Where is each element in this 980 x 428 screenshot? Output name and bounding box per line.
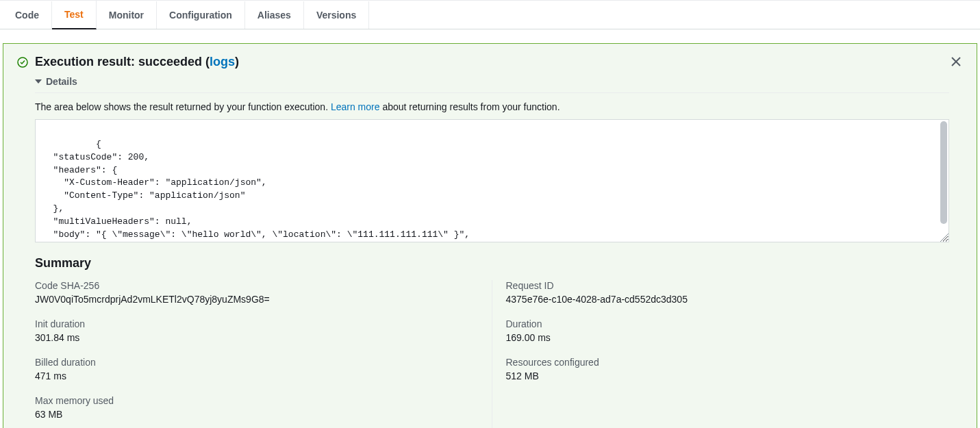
code-output[interactable]: { "statusCode": 200, "headers": { "X-Cus… bbox=[35, 119, 949, 242]
svg-line-1 bbox=[940, 234, 948, 242]
summary-item-init-duration: Init duration 301.84 ms bbox=[35, 318, 478, 343]
tabs: Code Test Monitor Configuration Aliases … bbox=[4, 1, 976, 29]
result-title: Execution result: succeeded (logs) bbox=[35, 55, 949, 69]
summary-value: 301.84 ms bbox=[35, 332, 478, 343]
summary-label: Resources configured bbox=[506, 357, 950, 368]
tabs-container: Code Test Monitor Configuration Aliases … bbox=[0, 0, 980, 29]
summary-label: Billed duration bbox=[35, 357, 478, 368]
summary-item-duration: Duration 169.00 ms bbox=[506, 318, 950, 343]
result-header: Execution result: succeeded (logs) Detai… bbox=[17, 55, 963, 428]
summary-label: Code SHA-256 bbox=[35, 280, 478, 291]
summary-item-request-id: Request ID 4375e76e-c10e-4028-ad7a-cd552… bbox=[506, 280, 950, 305]
tab-configuration[interactable]: Configuration bbox=[157, 1, 245, 29]
summary-col-right: Request ID 4375e76e-c10e-4028-ad7a-cd552… bbox=[492, 280, 950, 428]
description-after: about returning results from your functi… bbox=[380, 101, 560, 112]
summary-label: Request ID bbox=[506, 280, 950, 291]
summary-grid: Code SHA-256 JW0V0qiTo5mcrdprjAd2vmLKETl… bbox=[35, 280, 949, 428]
success-check-icon bbox=[17, 57, 28, 68]
summary-value: JW0V0qiTo5mcrdprjAd2vmLKETl2vQ78yj8yuZMs… bbox=[35, 294, 478, 305]
scrollbar[interactable] bbox=[940, 121, 947, 224]
tab-code[interactable]: Code bbox=[4, 1, 52, 29]
summary-label: Init duration bbox=[35, 318, 478, 329]
summary-value: 63 MB bbox=[35, 409, 478, 420]
summary-title: Summary bbox=[35, 256, 949, 270]
result-description: The area below shows the result returned… bbox=[35, 101, 949, 112]
tab-test[interactable]: Test bbox=[52, 1, 97, 29]
summary-item-billed-duration: Billed duration 471 ms bbox=[35, 357, 478, 381]
summary-value: 4375e76e-c10e-4028-ad7a-cd552dc3d305 bbox=[506, 294, 950, 305]
summary-item-max-memory: Max memory used 63 MB bbox=[35, 395, 478, 420]
summary-item-code-sha: Code SHA-256 JW0V0qiTo5mcrdprjAd2vmLKETl… bbox=[35, 280, 478, 305]
summary-value: 169.00 ms bbox=[506, 332, 950, 343]
details-toggle[interactable]: Details bbox=[35, 76, 949, 93]
close-icon bbox=[951, 56, 962, 67]
summary-col-left: Code SHA-256 JW0V0qiTo5mcrdprjAd2vmLKETl… bbox=[35, 280, 492, 428]
logs-link[interactable]: logs bbox=[210, 55, 235, 68]
tab-aliases[interactable]: Aliases bbox=[245, 1, 304, 29]
svg-line-3 bbox=[946, 239, 948, 242]
resize-handle-icon[interactable] bbox=[938, 231, 948, 242]
code-output-text: { "statusCode": 200, "headers": { "X-Cus… bbox=[42, 139, 470, 242]
learn-more-link[interactable]: Learn more bbox=[331, 101, 380, 112]
result-title-text: Execution result: succeeded ( bbox=[35, 55, 210, 68]
chevron-down-icon bbox=[35, 79, 42, 84]
execution-result-panel: Execution result: succeeded (logs) Detai… bbox=[3, 43, 977, 428]
svg-line-2 bbox=[943, 236, 948, 242]
summary-value: 512 MB bbox=[506, 370, 950, 381]
summary-label: Duration bbox=[506, 318, 950, 329]
tab-monitor[interactable]: Monitor bbox=[97, 1, 157, 29]
result-title-suffix: ) bbox=[235, 55, 239, 68]
summary-label: Max memory used bbox=[35, 395, 478, 406]
close-button[interactable] bbox=[949, 55, 963, 68]
tab-versions[interactable]: Versions bbox=[304, 1, 369, 29]
summary-value: 471 ms bbox=[35, 370, 478, 381]
description-before: The area below shows the result returned… bbox=[35, 101, 331, 112]
summary-item-resources: Resources configured 512 MB bbox=[506, 357, 950, 381]
details-label: Details bbox=[46, 76, 77, 87]
